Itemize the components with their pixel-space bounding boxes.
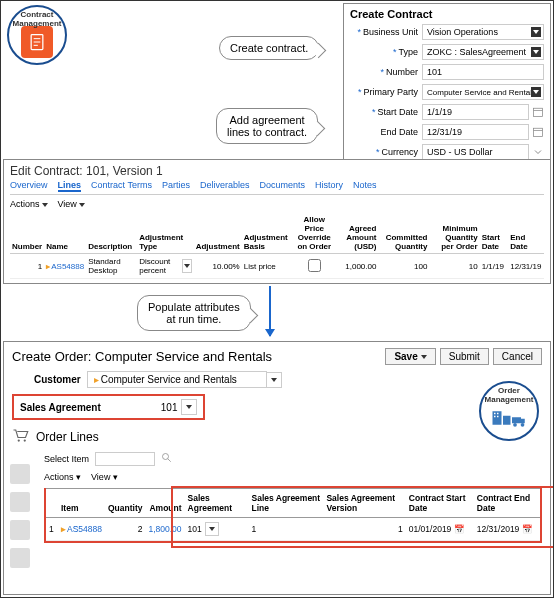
number-input[interactable]: 101 [422,64,544,80]
cancel-button[interactable]: Cancel [493,348,542,365]
tab-overview[interactable]: Overview [10,180,48,192]
svg-point-9 [24,439,26,441]
customer-label: Customer [34,374,81,385]
callout-populate: Populate attributes at run time. [137,295,251,331]
svg-rect-6 [534,128,543,136]
building-truck-icon [491,406,527,430]
document-icon [21,26,53,58]
chevron-down-icon [531,87,541,97]
sidebar-icon-2[interactable] [10,492,30,512]
svg-rect-17 [503,416,511,425]
business-unit-select[interactable]: Vision Operations [422,24,544,40]
flow-arrow [269,286,271,336]
chevron-down-icon [531,47,541,57]
end-date-input[interactable]: 12/31/19 [422,124,529,140]
tab-lines[interactable]: Lines [58,180,82,192]
chevron-down-icon[interactable] [181,399,197,415]
tab-history[interactable]: History [315,180,343,192]
contract-management-badge: Contract Management [7,5,67,65]
chevron-down-icon[interactable] [532,146,544,158]
co-title: Create Order: Computer Service and Renta… [12,349,272,364]
view-menu[interactable]: View ▾ [91,472,118,482]
create-order-panel: Create Order: Computer Service and Renta… [3,341,551,595]
table-row[interactable]: 1 ▸AS54888 Standard Desktop Discount per… [10,254,544,279]
cart-icon [12,428,30,446]
svg-rect-15 [494,416,496,418]
ec-lines-table: NumberNameDescription Adjustment TypeAdj… [10,213,544,279]
svg-rect-16 [497,416,499,418]
callout-add-lines: Add agreement lines to contract. [216,108,318,144]
calendar-icon[interactable] [532,106,544,118]
chevron-down-icon[interactable] [182,259,192,273]
save-button[interactable]: Save [385,348,435,365]
ec-tabs: Overview Lines Contract Terms Parties De… [10,180,544,195]
svg-rect-19 [521,419,525,424]
currency-select[interactable]: USD - US Dollar [422,144,529,160]
item-link: ▸AS54888 [44,254,86,279]
view-menu[interactable]: View [58,199,85,209]
warning-icon: ▸ [61,524,66,534]
start-date-input[interactable]: 1/1/19 [422,104,529,120]
sidebar-icon-1[interactable] [10,464,30,484]
order-lines-title: Order Lines [36,430,99,444]
svg-point-20 [513,423,517,427]
primary-party-select[interactable]: Computer Service and Rentals [422,84,544,100]
cc-title: Create Contract [350,8,544,20]
tab-notes[interactable]: Notes [353,180,377,192]
svg-point-21 [521,423,525,427]
chevron-down-icon[interactable] [205,522,219,536]
warning-icon: ▸ [46,262,50,271]
chevron-down-icon [531,27,541,37]
select-item-label: Select Item [44,454,89,464]
submit-button[interactable]: Submit [440,348,489,365]
cm-label: Contract Management [9,11,65,29]
tab-documents[interactable]: Documents [259,180,305,192]
svg-point-8 [18,439,20,441]
tab-contract-terms[interactable]: Contract Terms [91,180,152,192]
om-label: Order Management [481,387,537,405]
callout-create-contract: Create contract. [219,36,319,60]
calendar-icon[interactable]: 📅 [522,524,533,534]
order-lines-table-wrap: ItemQuantity AmountSales Agreement Sales… [44,488,542,543]
svg-rect-4 [534,108,543,116]
item-link: ▸AS54888 [58,518,105,541]
allow-override-checkbox[interactable] [308,259,321,272]
ec-title: Edit Contract: 101, Version 1 [10,164,544,178]
svg-rect-13 [494,413,496,415]
sales-agreement-field[interactable]: Sales Agreement 101 [12,394,205,420]
customer-input[interactable]: ▸Computer Service and Rentals [87,371,267,388]
order-lines-table: ItemQuantity AmountSales Agreement Sales… [46,488,540,541]
select-item-input[interactable] [95,452,155,466]
amount-link: 1,800.00 [145,518,184,541]
type-select[interactable]: ZOKC : SalesAgreement [422,44,544,60]
calendar-icon[interactable]: 📅 [454,524,465,534]
tab-parties[interactable]: Parties [162,180,190,192]
sidebar-icon-4[interactable] [10,548,30,568]
actions-menu[interactable]: Actions ▾ [44,472,81,482]
sidebar-icon-3[interactable] [10,520,30,540]
order-management-badge: Order Management [479,381,539,441]
svg-point-10 [163,454,169,460]
actions-menu[interactable]: Actions [10,199,48,209]
search-icon[interactable] [161,452,173,466]
svg-line-11 [168,459,171,462]
calendar-icon[interactable] [532,126,544,138]
svg-rect-14 [497,413,499,415]
svg-rect-18 [512,417,521,423]
edit-contract-panel: Edit Contract: 101, Version 1 Overview L… [3,159,551,284]
customer-dropdown[interactable] [266,372,282,388]
tab-deliverables[interactable]: Deliverables [200,180,250,192]
warning-icon: ▸ [94,374,99,385]
table-row[interactable]: 1 ▸AS54888 2 1,800.00 101 11 01/01/2019 … [46,518,540,541]
